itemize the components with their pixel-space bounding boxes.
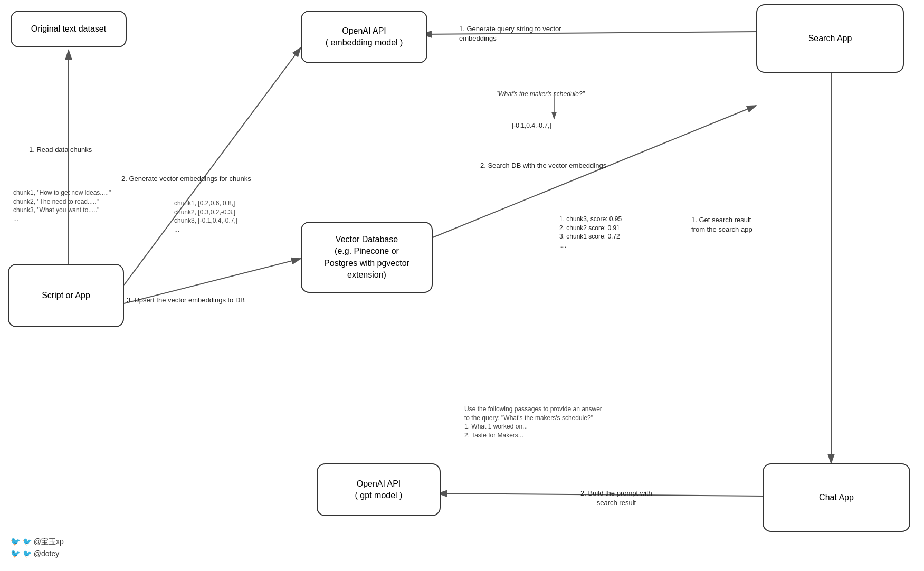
label-query-example: "What's the maker's schedule?"	[496, 90, 585, 99]
label-gen-query-string: 1. Generate query string to vector embed…	[459, 15, 561, 44]
node-openai-gpt: OpenAI API ( gpt model )	[317, 463, 441, 516]
label-search-results: 1. chunk3, score: 0.95 2. chunk2 score: …	[559, 206, 622, 250]
label-get-search-result: 1. Get search result from the search app	[691, 206, 752, 235]
svg-line-3	[124, 47, 301, 285]
node-original-dataset: Original text dataset	[11, 11, 127, 47]
node-search-app: Search App	[756, 4, 904, 73]
label-chunks-data: chunk1, "How to get new ideas....." chun…	[13, 179, 111, 224]
label-query-vector: [-0.1,0.4,-0.7,]	[512, 121, 551, 130]
node-search-app-label: Search App	[808, 33, 852, 44]
node-chat-app-label: Chat App	[819, 492, 854, 503]
label-search-db: 2. Search DB with the vector embeddings	[480, 161, 606, 170]
footer-weibo: 🐦 🐦 @宝玉xp	[11, 537, 64, 547]
node-chat-app: Chat App	[763, 463, 910, 532]
footer-twitter: 🐦 🐦 @dotey	[11, 549, 64, 558]
label-upsert-vector-db: 3. Upsert the vector embeddings to DB	[127, 296, 245, 305]
node-vector-db-label: Vector Database (e.g. Pinecone or Postgr…	[324, 234, 409, 281]
label-chunks-vectors: chunk1, [0.2,0.6, 0.8,] chunk2, [0.3,0.2…	[174, 190, 237, 234]
diagram: Original text dataset Script or App Open…	[0, 0, 924, 571]
label-gen-vector-embeddings: 2. Generate vector embeddings for chunks	[121, 174, 251, 184]
node-script-app: Script or App	[8, 264, 124, 327]
label-prompt-text: Use the following passages to provide an…	[464, 396, 602, 440]
footer: 🐦 🐦 @宝玉xp 🐦 🐦 @dotey	[11, 537, 64, 560]
node-vector-db: Vector Database (e.g. Pinecone or Postgr…	[301, 222, 433, 293]
node-openai-embedding-label: OpenAI API ( embedding model )	[326, 25, 403, 49]
node-openai-embedding: OpenAI API ( embedding model )	[301, 11, 427, 63]
label-build-prompt: 2. Build the prompt with search result	[580, 479, 652, 508]
node-script-app-label: Script or App	[42, 290, 90, 301]
node-original-dataset-label: Original text dataset	[31, 23, 106, 35]
node-openai-gpt-label: OpenAI API ( gpt model )	[355, 478, 403, 502]
label-read-data-chunks: 1. Read data chunks	[29, 145, 92, 155]
